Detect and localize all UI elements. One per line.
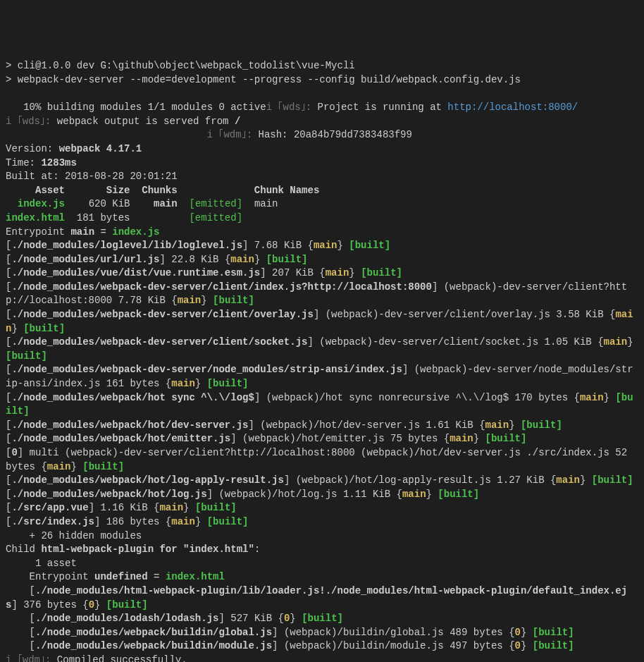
module-path: ./node_modules/webpack/hot/log.js xyxy=(11,489,206,500)
module-path: ./node_modules/webpack-dev-server/client… xyxy=(11,336,307,348)
module-path: ./node_modules/webpack-dev-server/client… xyxy=(11,309,313,320)
child-plugin: html-webpack-plugin for "index.html" xyxy=(41,544,254,555)
build-time: 1283ms xyxy=(41,157,76,168)
built-at: 2018-08-28 20:01:21 xyxy=(65,171,178,182)
info-icon: i xyxy=(207,129,213,140)
module-path: ./node_modules/url/url.js xyxy=(11,254,159,265)
asset-name: index.html xyxy=(6,212,65,223)
hash-line: Hash: 20a84b79dd7383483f99 xyxy=(258,129,411,140)
module-path: ./node_modules/lodash/lodash.js xyxy=(35,613,218,624)
module-path: ./node_modules/webpack/buildin/global.js xyxy=(35,627,272,638)
module-path: ./node_modules/webpack/hot/emitter.js xyxy=(11,433,230,444)
prompt: > xyxy=(6,60,18,71)
module-path: ./node_modules/webpack/hot sync ^\.\/log… xyxy=(11,392,254,403)
localhost-url[interactable]: http://localhost:8000/ xyxy=(447,102,578,113)
compiled-status: Compiled successfully. xyxy=(57,654,187,662)
prompt: > xyxy=(6,74,18,85)
module-path: ./src/app.vue xyxy=(11,502,88,513)
command-1: cli@1.0.0 dev G:\github\object\webpack_t… xyxy=(18,60,355,71)
asset-name: index.js xyxy=(6,198,65,209)
command-2: webpack-dev-server --mode=development --… xyxy=(18,74,521,85)
module-path: ./src/index.js xyxy=(11,516,94,527)
webpack-version: webpack 4.17.1 xyxy=(59,143,142,154)
progress-line: 10% building modules 1/1 modules 0 activ… xyxy=(6,102,266,113)
module-path: ./node_modules/webpack/hot/dev-server.js xyxy=(11,419,248,431)
entry-file: index.js xyxy=(112,226,159,238)
module-path: ./node_modules/webpack/buildin/module.js xyxy=(35,640,272,651)
module-path: ./node_modules/webpack/hot/log-apply-res… xyxy=(11,474,283,486)
module-path: ./node_modules/webpack-dev-server/node_m… xyxy=(11,364,402,375)
module-path: ./node_modules/loglevel/lib/loglevel.js xyxy=(11,240,242,251)
asset-header: Asset Size Chunks Chunk Names xyxy=(6,185,319,196)
info-icon: i xyxy=(266,102,272,113)
module-path: ./node_modules/webpack-dev-server/client… xyxy=(11,281,432,293)
module-path: ./node_modules/vue/dist/vue.runtime.esm.… xyxy=(11,267,260,278)
hidden-modules: + 26 hidden modules xyxy=(6,530,142,541)
terminal-output[interactable]: > cli@1.0.0 dev G:\github\object\webpack… xyxy=(6,59,638,662)
